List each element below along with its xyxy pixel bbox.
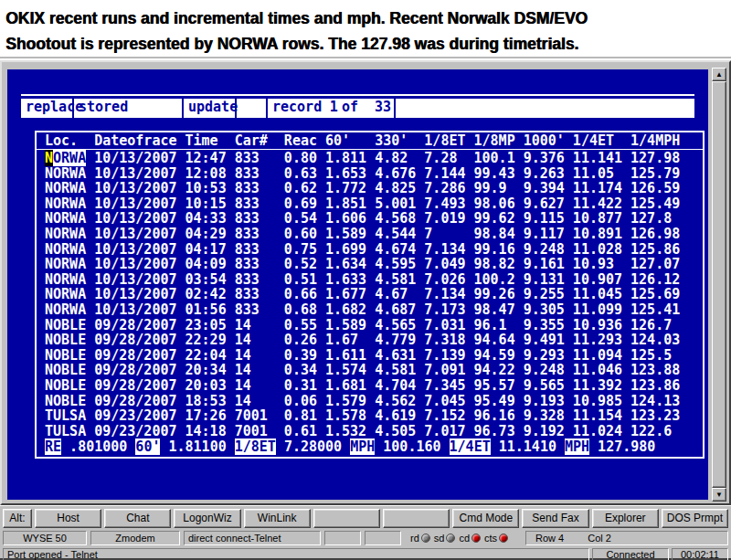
record-counter: record1of33 [268, 99, 396, 118]
table-cell: 96.1 [474, 318, 524, 333]
table-cell: 4.825 [375, 181, 424, 196]
button-send-fax[interactable]: Send Fax [522, 509, 588, 528]
table-cell: NORWA [45, 287, 94, 302]
terminal-screen[interactable]: replace stored update record1of33 Loc.Da… [7, 69, 708, 500]
table-cell: 9.255 [524, 287, 573, 302]
table-cell: 11.154 [573, 408, 630, 424]
table-cell: 833 [235, 272, 284, 288]
table-row[interactable]: NORWA10/13/200704:178330.751.6994.6747.1… [37, 242, 703, 258]
summary-label: 60' [135, 438, 160, 455]
table-row[interactable]: NORWA10/13/200704:098330.521.6344.5957.0… [37, 257, 703, 272]
table-cell: 9.305 [524, 302, 573, 318]
table-row[interactable]: NORWA10/13/200712:088330.631.6534.6767.1… [37, 166, 703, 182]
button-host[interactable]: Host [35, 509, 101, 528]
record-label: record [272, 99, 322, 118]
table-cell: 100.2 [474, 272, 524, 288]
table-cell: 100.1 [474, 151, 524, 166]
table-cell: 9.491 [524, 333, 573, 348]
table-row[interactable]: NORWA10/13/200712:478330.801.8114.827.28… [37, 151, 703, 166]
table-cell: 7001 [235, 424, 284, 439]
summary-label: MPH [565, 438, 589, 455]
table-cell: 0.55 [284, 318, 325, 333]
scrollbar-track[interactable]: ▲ ▼ [712, 68, 726, 502]
table-cell: 1.532 [325, 424, 375, 439]
table-cell: 126.98 [630, 227, 680, 242]
table-cell: 04:33 [185, 211, 235, 227]
table-cell: 1.682 [325, 302, 375, 318]
summary-value: 100.160 [375, 438, 449, 455]
table-cell: 10/13/2007 [94, 151, 185, 166]
summary-value: 127.980 [589, 438, 663, 455]
table-cell: 0.75 [284, 242, 325, 258]
column-header: 1/4MPH [630, 133, 680, 149]
led-indicator-rd: rd [410, 533, 430, 544]
table-row[interactable]: NORWA10/13/200703:548330.511.6334.5817.0… [37, 272, 703, 288]
table-cell: 127.98 [630, 151, 680, 166]
cursor-position-cell: Row 4 Col 2 [525, 531, 728, 545]
table-cell: 96.73 [474, 424, 524, 439]
table-row[interactable]: NOBLE09/28/200720:03140.311.6814.7047.34… [37, 378, 703, 394]
table-cell: 7.139 [424, 348, 473, 364]
caption-line-2: Shootout is represented by NORWA rows. T… [5, 31, 727, 57]
table-cell: 9.627 [524, 196, 573, 212]
table-cell: 10/13/2007 [94, 227, 185, 242]
table-row[interactable]: NORWA10/13/200704:298330.601.5894.544798… [37, 227, 703, 242]
table-cell: 0.06 [284, 394, 325, 409]
table-row[interactable]: TULSA09/23/200714:1870010.611.5324.5057.… [37, 424, 703, 439]
button-explorer[interactable]: Explorer [592, 509, 659, 528]
button-cmd-mode[interactable]: Cmd Mode [452, 509, 519, 528]
table-row[interactable]: NORWA10/13/200701:568330.681.6824.6877.1… [37, 302, 703, 318]
table-cell: 9.115 [524, 211, 573, 227]
table-row[interactable]: NORWA10/13/200710:158330.691.8515.0017.4… [37, 196, 703, 212]
table-body: NORWA10/13/200712:478330.801.8114.827.28… [37, 151, 703, 438]
table-row[interactable]: NOBLE09/28/200718:53140.061.5794.5627.04… [37, 394, 703, 409]
led-label: sd [434, 533, 445, 544]
table-cell: 4.562 [375, 394, 424, 409]
table-cell: 4.687 [375, 302, 424, 318]
table-row[interactable]: NOBLE09/28/200723:05140.551.5894.5657.03… [37, 318, 703, 333]
table-cell: 1.579 [325, 394, 375, 409]
table-cell: 04:17 [185, 242, 235, 258]
mode-update: update [184, 99, 237, 118]
button-chat[interactable]: Chat [104, 509, 171, 528]
table-cell: 0.26 [284, 333, 325, 348]
table-cell: 11.392 [573, 378, 630, 394]
edit-cursor: N [45, 150, 53, 166]
table-row[interactable]: NOBLE09/28/200722:04140.391.6114.6317.13… [37, 348, 703, 364]
table-row[interactable]: NORWA10/13/200704:338330.541.6064.5687.0… [37, 211, 703, 227]
button-dos-prmpt[interactable]: DOS Prmpt [662, 509, 728, 528]
table-cell: 10.93 [573, 257, 630, 272]
column-header: 1000' [524, 133, 573, 149]
table-cell: 09/23/2007 [94, 424, 185, 439]
table-cell: 4.595 [375, 257, 424, 272]
table-cell: 833 [235, 151, 284, 166]
port-status-message: Port opened - Telnet [3, 548, 589, 560]
table-cell: 09/28/2007 [94, 394, 185, 409]
scrollbar-down-icon[interactable]: ▼ [712, 488, 726, 502]
alt-button[interactable]: Alt: [3, 509, 32, 528]
table-cell: 11.174 [573, 181, 630, 196]
table-cell: 1.589 [325, 318, 375, 333]
table-cell: 10/13/2007 [94, 257, 185, 272]
scrollbar-up-icon[interactable]: ▲ [712, 68, 726, 81]
record-mode-bar: replace stored update record1of33 [21, 99, 694, 118]
table-cell: 4.505 [375, 424, 424, 439]
table-row[interactable]: NORWA10/13/200710:538330.621.7724.8257.2… [37, 181, 703, 196]
table-cell: 04:29 [185, 227, 235, 242]
bottom-status-bar: Port opened - Telnet Connected 00:02:11 [3, 548, 728, 560]
summary-value: 7.28000 [276, 438, 350, 455]
table-cell: 9.376 [524, 151, 573, 166]
table-cell: 4.581 [375, 272, 424, 288]
mode-blank-cell [237, 99, 268, 118]
button-winlink[interactable]: WinLink [244, 509, 311, 528]
status-row: WYSE 50 Zmodem direct connect-Telnet rds… [3, 531, 728, 545]
table-cell: 125.41 [630, 302, 680, 318]
table-row[interactable]: NOBLE09/28/200722:29140.261.674.7797.318… [37, 333, 703, 348]
table-cell: 0.63 [284, 166, 325, 182]
scrollbar-thumb[interactable] [712, 81, 726, 488]
table-row[interactable]: TULSA09/23/200717:2670010.811.5784.6197.… [37, 408, 703, 424]
button-logonwiz[interactable]: LogonWiz [174, 509, 240, 528]
table-row[interactable]: NORWA10/13/200702:428330.661.6774.677.13… [37, 287, 703, 302]
table-cell: 122.6 [630, 424, 680, 439]
table-row[interactable]: NOBLE09/28/200720:34140.341.5744.5817.09… [37, 363, 703, 378]
